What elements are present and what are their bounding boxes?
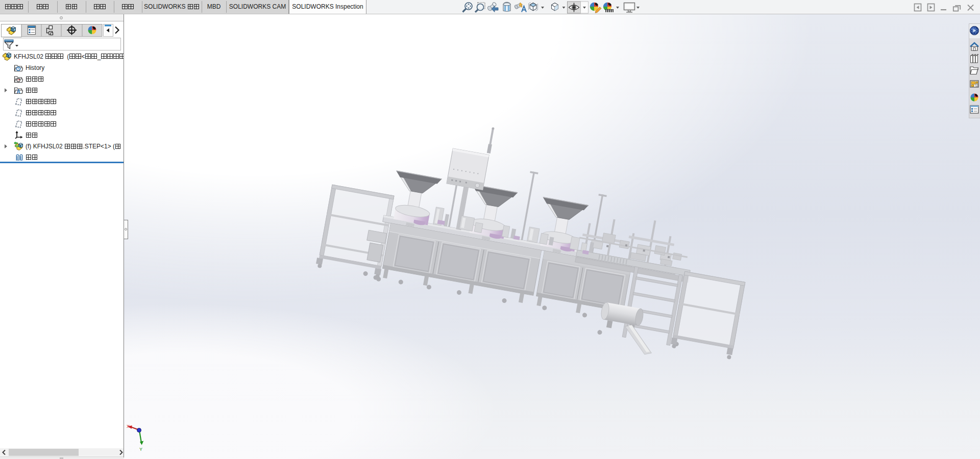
- svg-text:Y: Y: [139, 447, 142, 452]
- svg-text:A: A: [17, 89, 20, 94]
